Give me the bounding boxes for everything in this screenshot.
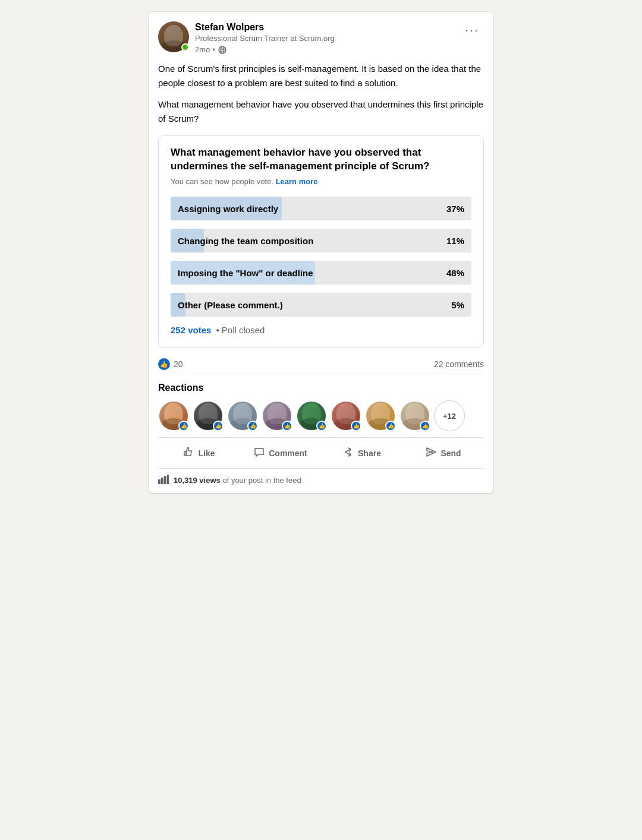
post-paragraph-1: One of Scrum's first principles is self-… (158, 62, 484, 90)
poll-footer: 252 votes • Poll closed (171, 325, 471, 335)
reactions-title: Reactions (158, 383, 484, 393)
post-card: Stefan Wolpers Professional Scrum Traine… (149, 12, 493, 493)
svg-rect-6 (158, 479, 160, 484)
poll-option-pct-2: 11% (446, 236, 464, 246)
poll-option-label-2: Changing the team composition (178, 236, 313, 246)
post-header: Stefan Wolpers Professional Scrum Traine… (158, 21, 484, 55)
poll-option-4[interactable]: Other (Please comment.) 5% (171, 293, 471, 317)
views-text: 10,319 views of your post in the feed (174, 476, 301, 485)
visibility-text: You can see how people vote. (171, 177, 273, 186)
views-count: 10,319 views (174, 476, 221, 485)
reaction-avatar-3[interactable]: 👍 (227, 400, 258, 431)
like-label: Like (198, 449, 215, 458)
reactions-avatars: 👍 👍 👍 (158, 400, 484, 431)
share-label: Share (358, 449, 381, 458)
comment-button[interactable]: Comment (240, 440, 321, 466)
views-footer: 10,319 views of your post in the feed (158, 468, 484, 488)
svg-rect-7 (161, 478, 163, 484)
reactions-section: Reactions 👍 👍 (158, 374, 484, 437)
comments-count[interactable]: 22 comments (434, 359, 484, 369)
post-body: One of Scrum's first principles is self-… (158, 62, 484, 126)
like-count: 👍 20 (158, 358, 183, 370)
poll-option-pct-3: 48% (446, 268, 464, 278)
svg-rect-9 (167, 475, 169, 484)
reaction-avatar-6[interactable]: 👍 (331, 400, 361, 431)
views-bar-icon (158, 475, 169, 486)
poll-option-pct-4: 5% (451, 300, 464, 310)
poll-option-3[interactable]: Imposing the "How" or deadline 48% (171, 261, 471, 285)
svg-rect-8 (164, 476, 166, 484)
like-action-icon (182, 446, 194, 460)
reaction-avatar-2[interactable]: 👍 (193, 400, 224, 431)
poll-visibility: You can see how people vote. Learn more (171, 177, 471, 186)
poll-options: Assigning work directly 37% Changing the… (171, 197, 471, 317)
author-meta: 2mo • (195, 45, 460, 55)
author-info: Stefan Wolpers Professional Scrum Traine… (195, 21, 460, 55)
send-button[interactable]: Send (402, 440, 484, 466)
like-button[interactable]: Like (158, 440, 240, 466)
reaction-avatar-1[interactable]: 👍 (158, 400, 189, 431)
author-name[interactable]: Stefan Wolpers (195, 21, 460, 34)
poll-option-label-3: Imposing the "How" or deadline (178, 268, 313, 278)
more-options-button[interactable]: ··· (460, 21, 484, 39)
poll-option-pct-1: 37% (446, 204, 464, 214)
author-avatar[interactable] (158, 21, 189, 52)
reactions-more-button[interactable]: +12 (434, 400, 465, 431)
time-ago: 2mo (195, 45, 210, 54)
online-indicator (181, 43, 189, 51)
poll-option-label-4: Other (Please comment.) (178, 300, 283, 310)
dot-separator: • (212, 45, 215, 54)
thumbs-up-icon: 👍 (158, 358, 170, 370)
send-label: Send (440, 449, 461, 458)
globe-icon (218, 45, 227, 55)
author-title: Professional Scrum Trainer at Scrum.org (195, 34, 460, 44)
share-action-icon (342, 446, 354, 460)
send-action-icon (425, 446, 437, 460)
reaction-avatar-5[interactable]: 👍 (296, 400, 327, 431)
svg-rect-5 (184, 451, 186, 456)
comment-action-icon (253, 446, 265, 460)
poll-option-2[interactable]: Changing the team composition 11% (171, 229, 471, 252)
poll-option-label-1: Assigning work directly (178, 204, 278, 214)
reaction-avatar-7[interactable]: 👍 (365, 400, 396, 431)
poll-card: What management behavior have you observ… (158, 135, 484, 348)
action-row: Like Comment Share (158, 437, 484, 468)
poll-option-1[interactable]: Assigning work directly 37% (171, 197, 471, 220)
post-paragraph-2: What management behavior have you observ… (158, 97, 484, 126)
learn-more-link[interactable]: Learn more (276, 177, 318, 186)
reaction-avatar-4[interactable]: 👍 (262, 400, 292, 431)
poll-votes-count[interactable]: 252 votes (171, 325, 211, 335)
share-button[interactable]: Share (321, 440, 402, 466)
poll-question: What management behavior have you observ… (171, 146, 471, 174)
poll-status: • Poll closed (216, 325, 265, 335)
views-suffix: of your post in the feed (222, 476, 301, 485)
reaction-avatar-8[interactable]: 👍 (399, 400, 430, 431)
comment-label: Comment (269, 449, 307, 458)
likes-number: 20 (174, 359, 183, 369)
engagement-row: 👍 20 22 comments (158, 355, 484, 374)
